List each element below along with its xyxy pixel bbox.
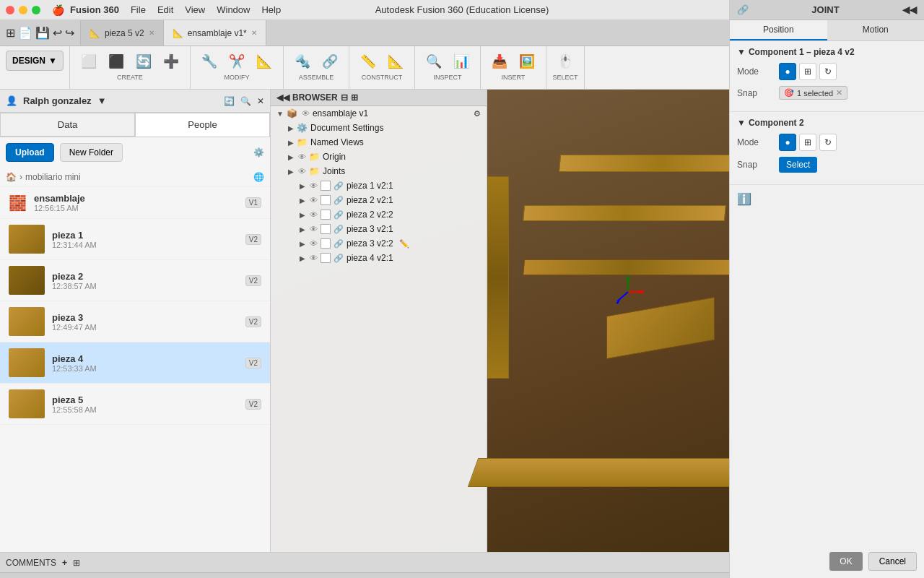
menu-file[interactable]: File bbox=[131, 4, 146, 15]
mode-icon-c2-1[interactable]: ● bbox=[779, 134, 796, 151]
add-comment-icon[interactable]: + bbox=[62, 558, 67, 568]
apple-icon[interactable]: 🍎 bbox=[52, 4, 64, 16]
tree-checkbox[interactable] bbox=[321, 224, 331, 234]
menu-window[interactable]: Window bbox=[217, 4, 250, 15]
breadcrumb-project[interactable]: mobiliario mini bbox=[25, 172, 81, 182]
mode-icon-1[interactable]: ● bbox=[779, 63, 796, 80]
menu-view[interactable]: View bbox=[185, 4, 205, 15]
list-item[interactable]: 🧱 ensamblaje 12:56:15 AM V1 bbox=[0, 187, 270, 219]
tree-checkbox[interactable] bbox=[321, 210, 331, 220]
inspect-btn2[interactable]: 📊 bbox=[448, 51, 474, 72]
tree-root[interactable]: ▼ 📦 👁 ensamblaje v1 ⚙ bbox=[271, 106, 487, 121]
undo-icon[interactable]: ↩ bbox=[53, 26, 62, 40]
inspect-btn[interactable]: 🔍 bbox=[421, 51, 447, 72]
select-btn[interactable]: 🖱️ bbox=[552, 51, 578, 72]
tab-close-pieza5[interactable]: ✕ bbox=[149, 29, 154, 37]
tab-pieza5[interactable]: 📐 pieza 5 v2 ✕ bbox=[81, 20, 164, 46]
save-icon[interactable]: 💾 bbox=[35, 26, 50, 40]
tree-checkbox[interactable] bbox=[321, 238, 331, 249]
browser-menu-icon[interactable]: ⊟ bbox=[341, 92, 348, 103]
insert-btn2[interactable]: 🖼️ bbox=[514, 51, 540, 72]
list-item[interactable]: pieza 3 12:49:47 AM V2 bbox=[0, 301, 270, 342]
tree-item[interactable]: ▶ 👁 📁 Origin bbox=[282, 150, 487, 164]
tab-close-ensamblaje[interactable]: ✕ bbox=[251, 29, 257, 37]
tab-position[interactable]: Position bbox=[730, 20, 827, 40]
tree-eye-icon[interactable]: 👁 bbox=[298, 152, 306, 161]
globe-icon[interactable]: 🌐 bbox=[253, 172, 264, 182]
tree-item[interactable]: ▶ 👁 🔗 pieza 4 v2:1 bbox=[294, 251, 487, 265]
user-dropdown-icon[interactable]: ▼ bbox=[97, 95, 107, 106]
menu-edit[interactable]: Edit bbox=[157, 4, 173, 15]
tree-eye-icon[interactable]: 👁 bbox=[310, 181, 318, 190]
modify-btn3[interactable]: 📐 bbox=[251, 51, 277, 72]
create-extra-btn[interactable]: ➕ bbox=[158, 51, 184, 72]
revolve-btn[interactable]: 🔄 bbox=[131, 51, 157, 72]
cancel-button[interactable]: Cancel bbox=[868, 552, 917, 571]
tree-eye-icon[interactable]: 👁 bbox=[310, 210, 318, 219]
list-item[interactable]: pieza 1 12:31:44 AM V2 bbox=[0, 219, 270, 260]
upload-button[interactable]: Upload bbox=[6, 143, 54, 162]
tree-item[interactable]: ▶ 👁 🔗 pieza 1 v2:1 bbox=[294, 178, 487, 193]
home-icon[interactable]: 🏠 bbox=[6, 172, 17, 182]
tab-ensamblaje[interactable]: 📐 ensamblaje v1* ✕ bbox=[164, 20, 266, 46]
assemble-btn1[interactable]: 🔩 bbox=[289, 51, 315, 72]
snap-clear-icon[interactable]: ✕ bbox=[836, 88, 842, 98]
tree-eye-icon[interactable]: 👁 bbox=[302, 109, 310, 118]
tree-checkbox[interactable] bbox=[321, 253, 331, 263]
tree-checkbox[interactable] bbox=[321, 181, 331, 191]
list-item[interactable]: pieza 2 12:38:57 AM V2 bbox=[0, 260, 270, 301]
modify-btn1[interactable]: 🔧 bbox=[196, 51, 222, 72]
construct-btn1[interactable]: 📏 bbox=[355, 51, 381, 72]
ok-button[interactable]: OK bbox=[829, 552, 862, 571]
tree-item[interactable]: ▶ 👁 🔗 pieza 3 v2:1 bbox=[294, 222, 487, 236]
grid-icon[interactable]: ⊞ bbox=[6, 26, 15, 40]
new-tab-icon[interactable]: 📄 bbox=[18, 26, 32, 40]
tree-eye-icon[interactable]: 👁 bbox=[298, 167, 306, 176]
mode-icon-c2-2[interactable]: ⊞ bbox=[799, 134, 816, 151]
people-tab[interactable]: People bbox=[135, 113, 270, 137]
tree-checkbox[interactable] bbox=[321, 195, 331, 205]
traffic-lights[interactable] bbox=[6, 6, 40, 14]
comments-expand-icon[interactable]: ⊞ bbox=[73, 558, 80, 568]
list-item[interactable]: pieza 4 12:53:33 AM V2 bbox=[0, 342, 270, 384]
tree-item[interactable]: ▶ 👁 🔗 pieza 2 v2:2 bbox=[294, 207, 487, 222]
tree-item[interactable]: ▶ 👁 🔗 pieza 3 v2:2 ✏️ bbox=[294, 236, 487, 251]
browser-collapse-icon[interactable]: ◀◀ bbox=[276, 92, 289, 103]
component1-header[interactable]: ▼ Component 1 – pieza 4 v2 bbox=[737, 47, 917, 57]
settings-icon[interactable]: ⚙️ bbox=[253, 147, 264, 158]
tree-eye-icon[interactable]: 👁 bbox=[310, 225, 318, 233]
design-button[interactable]: DESIGN ▼ bbox=[6, 51, 64, 71]
create-btn[interactable]: ⬜ bbox=[76, 51, 102, 72]
search-sidebar-icon[interactable]: 🔍 bbox=[240, 96, 251, 106]
refresh-icon[interactable]: 🔄 bbox=[224, 96, 235, 106]
construct-btn2[interactable]: 📐 bbox=[383, 51, 409, 72]
minimize-button[interactable] bbox=[19, 6, 27, 14]
select-button[interactable]: Select bbox=[779, 157, 817, 173]
redo-icon[interactable]: ↪ bbox=[65, 26, 74, 40]
insert-btn1[interactable]: 📥 bbox=[487, 51, 513, 72]
list-item[interactable]: pieza 5 12:55:58 AM V2 bbox=[0, 384, 270, 425]
component2-header[interactable]: ▼ Component 2 bbox=[737, 118, 917, 128]
app-name[interactable]: Fusion 360 bbox=[70, 4, 119, 15]
tab-motion[interactable]: Motion bbox=[827, 20, 925, 40]
new-folder-button[interactable]: New Folder bbox=[60, 143, 123, 162]
info-icon[interactable]: ℹ️ bbox=[737, 193, 751, 205]
close-button[interactable] bbox=[6, 6, 14, 14]
mode-icon-3[interactable]: ↻ bbox=[819, 63, 837, 80]
tree-settings-icon[interactable]: ⚙ bbox=[474, 109, 481, 118]
mode-icon-2[interactable]: ⊞ bbox=[799, 63, 816, 80]
tree-eye-icon[interactable]: 👁 bbox=[310, 239, 318, 248]
data-tab[interactable]: Data bbox=[0, 113, 135, 137]
menu-help[interactable]: Help bbox=[261, 4, 281, 15]
tree-eye-icon[interactable]: 👁 bbox=[310, 254, 318, 262]
maximize-button[interactable] bbox=[32, 6, 40, 14]
tree-item[interactable]: ▶ 👁 🔗 pieza 2 v2:1 bbox=[294, 193, 487, 207]
close-sidebar-icon[interactable]: ✕ bbox=[257, 96, 264, 106]
mode-icon-c2-3[interactable]: ↻ bbox=[819, 134, 837, 151]
tree-item[interactable]: ▶ ⚙️ Document Settings bbox=[282, 121, 487, 135]
tree-item[interactable]: ▶ 📁 Named Views bbox=[282, 135, 487, 150]
tree-eye-icon[interactable]: 👁 bbox=[310, 196, 318, 204]
joint-collapse-icon[interactable]: ◀◀ bbox=[902, 4, 917, 15]
joint-btn[interactable]: 🔗 bbox=[317, 51, 343, 72]
extrude-btn[interactable]: ⬛ bbox=[103, 51, 129, 72]
